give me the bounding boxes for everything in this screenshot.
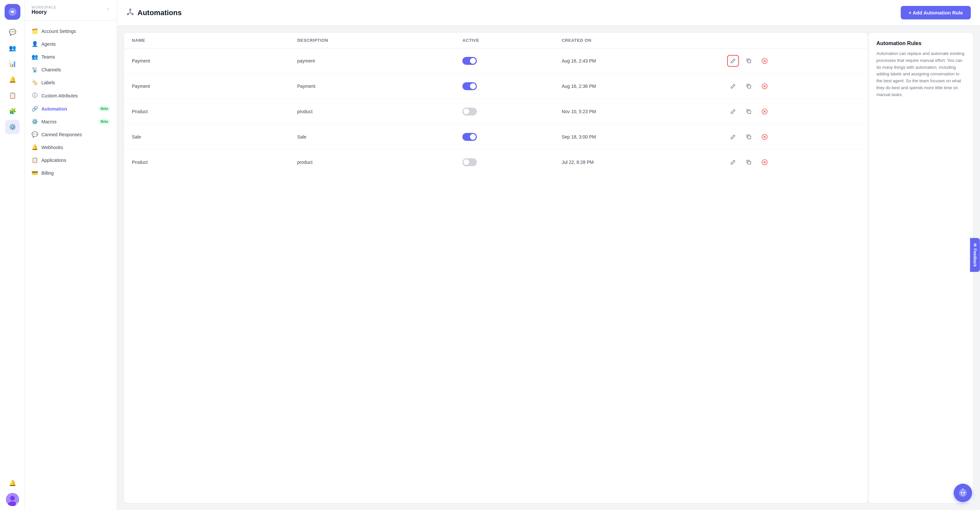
- bot-button[interactable]: [954, 484, 972, 502]
- automation-icon: 🔗: [32, 106, 38, 112]
- cell-desc-0: payment: [290, 48, 455, 74]
- labels-icon: 🏷️: [32, 79, 38, 86]
- sidebar-item-macros[interactable]: ⚙️ Macros Beta: [25, 115, 117, 128]
- delete-button-2[interactable]: [759, 106, 770, 118]
- cell-actions-3: [719, 124, 868, 150]
- toggle-1[interactable]: [462, 82, 477, 90]
- edit-button-0[interactable]: [727, 55, 739, 67]
- toggle-knob-1: [470, 83, 476, 89]
- edit-button-3[interactable]: [727, 131, 739, 143]
- sidebar-item-automation[interactable]: 🔗 Automation Beta: [25, 102, 117, 115]
- svg-rect-16: [748, 85, 751, 88]
- action-group-1: [727, 80, 860, 92]
- cell-active-0: [455, 48, 554, 74]
- action-group-2: [727, 106, 860, 118]
- workspace-label: Workspace: [32, 5, 57, 9]
- sidebar-item-notifications[interactable]: 🔔: [5, 72, 20, 87]
- action-group-3: [727, 131, 860, 143]
- app-logo[interactable]: [5, 4, 21, 20]
- content-area: Name Description Active Created on Payme…: [117, 26, 980, 510]
- icon-bar: 💬 👥 📊 🔔 📋 🧩 ⚙️ 🔔: [0, 0, 25, 510]
- toggle-3[interactable]: [462, 133, 477, 141]
- sidebar-item-billing[interactable]: 💳 Billing: [25, 166, 117, 179]
- cell-created-3: Sep 18, 3:00 PM: [554, 124, 719, 150]
- canned-responses-icon: 💬: [32, 131, 38, 137]
- sidebar-nav: 🗂️ Account Settings 👤 Agents 👥 Teams 📡 C…: [25, 21, 117, 510]
- workspace-name: Hoory: [32, 9, 57, 15]
- copy-button-4[interactable]: [743, 156, 755, 168]
- page-title-text: Automations: [137, 8, 181, 17]
- sidebar-item-integrations[interactable]: 🧩: [5, 104, 20, 118]
- toggle-4[interactable]: [462, 158, 477, 166]
- delete-button-4[interactable]: [759, 156, 770, 168]
- sidebar-item-channels[interactable]: 📡 Channels: [25, 63, 117, 76]
- delete-button-1[interactable]: [759, 80, 770, 92]
- sidebar-item-label: Teams: [41, 54, 110, 59]
- automations-icon: [126, 8, 134, 18]
- cell-actions-0: [719, 48, 868, 74]
- cell-created-2: Nov 10, 5:23 PM: [554, 99, 719, 124]
- sidebar-item-label: Webhooks: [41, 145, 110, 150]
- svg-rect-28: [748, 161, 751, 164]
- notifications-icon[interactable]: 🔔: [5, 476, 20, 490]
- svg-line-11: [130, 13, 132, 14]
- sidebar-item-canned-responses[interactable]: 💬 Canned Responses: [25, 128, 117, 141]
- cell-actions-2: [719, 99, 868, 124]
- cell-actions-1: [719, 74, 868, 99]
- sidebar-item-custom-attributes[interactable]: ⓘ Custom Attributes: [25, 89, 117, 102]
- sidebar-item-reports[interactable]: 📊: [5, 57, 20, 71]
- workspace-selector[interactable]: Workspace Hoory ⌃: [25, 0, 117, 21]
- svg-point-34: [964, 492, 965, 494]
- toggle-0[interactable]: [462, 57, 477, 65]
- sidebar-item-list[interactable]: 📋: [5, 88, 20, 103]
- sidebar-item-label: Applications: [41, 158, 110, 163]
- sidebar-item-settings[interactable]: ⚙️: [5, 120, 20, 134]
- cell-name-0: Payment: [124, 48, 290, 74]
- toggle-2[interactable]: [462, 108, 477, 115]
- edit-button-4[interactable]: [727, 156, 739, 168]
- cell-desc-4: product: [290, 150, 455, 175]
- copy-button-3[interactable]: [743, 131, 755, 143]
- table-row: Payment payment Aug 16, 2:43 PM: [124, 48, 868, 74]
- table-row: Product product Nov 10, 5:23 PM: [124, 99, 868, 124]
- sidebar-item-agents[interactable]: 👤 Agents: [25, 38, 117, 50]
- table-row: Sale Sale Sep 18, 3:00 PM: [124, 124, 868, 150]
- toggle-knob-3: [470, 134, 476, 140]
- sidebar-item-label: Account Settings: [41, 29, 110, 34]
- sidebar-item-account-settings[interactable]: 🗂️ Account Settings: [25, 25, 117, 38]
- delete-button-0[interactable]: [759, 55, 770, 67]
- toggle-knob-2: [463, 108, 469, 115]
- delete-button-3[interactable]: [759, 131, 770, 143]
- sidebar: Workspace Hoory ⌃ 🗂️ Account Settings 👤 …: [25, 0, 117, 510]
- svg-point-36: [963, 489, 964, 489]
- sidebar-item-applications[interactable]: 📋 Applications: [25, 154, 117, 166]
- cell-active-4: [455, 150, 554, 175]
- sidebar-item-labels[interactable]: 🏷️ Labels: [25, 76, 117, 89]
- svg-point-1: [11, 11, 12, 12]
- channels-icon: 📡: [32, 67, 38, 73]
- col-header-description: Description: [290, 33, 455, 48]
- sidebar-item-contacts[interactable]: 👥: [5, 41, 20, 55]
- cell-created-4: Jul 22, 8:28 PM: [554, 150, 719, 175]
- feedback-tab[interactable]: ✉ Feedback: [970, 238, 980, 272]
- agents-icon: 👤: [32, 41, 38, 47]
- avatar[interactable]: [6, 493, 19, 506]
- toggle-knob-0: [470, 58, 476, 64]
- sidebar-item-conversations[interactable]: 💬: [5, 25, 20, 40]
- edit-button-2[interactable]: [727, 106, 739, 118]
- automation-beta-badge: Beta: [98, 106, 110, 111]
- cell-created-1: Aug 16, 2:36 PM: [554, 74, 719, 99]
- sidebar-item-webhooks[interactable]: 🔔 Webhooks: [25, 141, 117, 154]
- col-header-created-on: Created on: [554, 33, 719, 48]
- applications-icon: 📋: [32, 157, 38, 163]
- cell-active-3: [455, 124, 554, 150]
- cell-active-1: [455, 74, 554, 99]
- copy-button-1[interactable]: [743, 80, 755, 92]
- copy-button-0[interactable]: [743, 55, 755, 67]
- copy-button-2[interactable]: [743, 106, 755, 118]
- add-automation-rule-button[interactable]: + Add Automation Rule: [901, 6, 971, 19]
- automations-table: Name Description Active Created on Payme…: [124, 33, 868, 175]
- edit-button-1[interactable]: [727, 80, 739, 92]
- sidebar-item-teams[interactable]: 👥 Teams: [25, 50, 117, 63]
- toggle-knob-4: [463, 159, 469, 165]
